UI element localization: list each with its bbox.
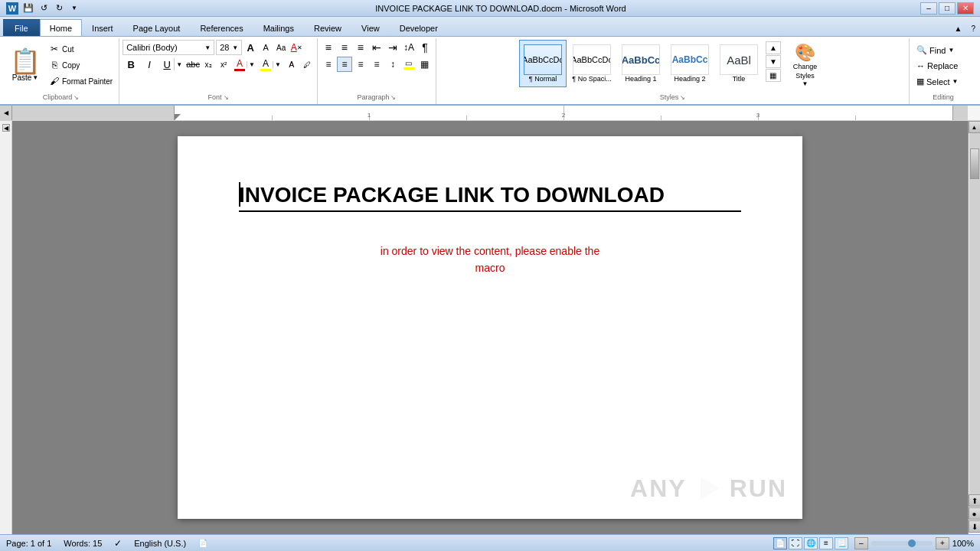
tab-developer[interactable]: Developer bbox=[390, 19, 448, 36]
font-expand-icon[interactable]: ↘ bbox=[224, 94, 229, 101]
underline-dropdown[interactable]: ▼ bbox=[174, 58, 184, 70]
close-button[interactable]: ✕ bbox=[957, 2, 974, 15]
text-effects-button[interactable]: A bbox=[284, 57, 299, 71]
web-layout-btn[interactable]: 🌐 bbox=[804, 537, 818, 549]
style-scroll-up[interactable]: ▲ bbox=[766, 41, 781, 54]
change-styles-button[interactable]: 🎨 ChangeStyles ▼ bbox=[784, 40, 826, 90]
full-screen-btn[interactable]: ⛶ bbox=[789, 537, 802, 549]
maximize-button[interactable]: □ bbox=[939, 2, 956, 15]
zoom-out-button[interactable]: – bbox=[854, 537, 868, 549]
undo-quick-btn[interactable]: ↺ bbox=[37, 2, 51, 15]
highlight-button[interactable]: A bbox=[259, 57, 273, 72]
style-scroll-down[interactable]: ▼ bbox=[766, 55, 781, 68]
style-normal[interactable]: AaBbCcDc ¶ Normal bbox=[519, 40, 567, 87]
scroll-track[interactable] bbox=[969, 133, 980, 494]
highlight-group[interactable]: A ▼ bbox=[259, 57, 283, 72]
align-left-button[interactable]: ≡ bbox=[321, 57, 336, 72]
scroll-up-button[interactable]: ▲ bbox=[969, 121, 981, 133]
font-size-arrow[interactable]: ▼ bbox=[232, 44, 238, 51]
document-title[interactable]: INVOICE PACKAGE LINK TO DOWNLOAD bbox=[239, 182, 741, 212]
vertical-scrollbar[interactable]: ▲ ⬆ ● ⬇ bbox=[968, 121, 980, 534]
font-grow-button[interactable]: A bbox=[243, 41, 257, 54]
minimize-button[interactable]: – bbox=[920, 2, 937, 15]
borders-button[interactable]: ▦ bbox=[417, 57, 433, 72]
shading-button[interactable]: ▭ bbox=[401, 57, 416, 72]
style-heading1[interactable]: AaBbCc Heading 1 bbox=[617, 40, 665, 87]
style-more[interactable]: ▦ bbox=[766, 69, 781, 82]
zoom-percentage[interactable]: 100% bbox=[952, 539, 974, 548]
decrease-indent-button[interactable]: ⇤ bbox=[369, 40, 384, 55]
document-body[interactable]: in order to view the content, please ena… bbox=[239, 243, 741, 277]
numbering-button[interactable]: ≡ bbox=[337, 40, 352, 55]
zoom-in-button[interactable]: + bbox=[936, 537, 949, 549]
style-heading2[interactable]: AaBbCc Heading 2 bbox=[666, 40, 714, 87]
line-spacing-button[interactable]: ↕ bbox=[385, 57, 400, 72]
increase-indent-button[interactable]: ⇥ bbox=[385, 40, 400, 55]
zoom-thumb[interactable] bbox=[908, 540, 916, 547]
find-button[interactable]: 🔍 Find ▼ bbox=[913, 43, 974, 57]
print-layout-btn[interactable]: 📄 bbox=[773, 537, 787, 549]
style-title[interactable]: AaBl Title bbox=[715, 40, 763, 87]
tab-page-layout[interactable]: Page Layout bbox=[123, 19, 191, 36]
tab-review[interactable]: Review bbox=[304, 19, 351, 36]
change-case-button[interactable]: Aa bbox=[274, 41, 288, 54]
tab-file[interactable]: File bbox=[3, 19, 40, 36]
strikethrough-button[interactable]: abc bbox=[186, 57, 200, 71]
underline-button-group[interactable]: U ▼ bbox=[159, 57, 185, 72]
language-indicator[interactable]: English (U.S.) bbox=[134, 539, 186, 548]
font-name-dropdown-arrow[interactable]: ▼ bbox=[204, 44, 211, 51]
quick-access-dropdown[interactable]: ▼ bbox=[67, 2, 81, 15]
font-size-selector[interactable]: 28 ▼ bbox=[216, 40, 242, 55]
tab-view[interactable]: View bbox=[351, 19, 390, 36]
style-no-spacing[interactable]: AaBbCcDc ¶ No Spaci... bbox=[568, 40, 616, 87]
word-count[interactable]: Words: 15 bbox=[64, 539, 102, 548]
paragraph-marker-btn[interactable]: ◀ bbox=[2, 124, 10, 132]
font-color-dropdown[interactable]: ▼ bbox=[247, 61, 256, 68]
layout-indicator[interactable]: 📄 bbox=[198, 539, 207, 547]
show-hide-button[interactable]: ¶ bbox=[417, 40, 433, 55]
cut-button[interactable]: ✂ Cut bbox=[46, 41, 116, 57]
spell-check-indicator[interactable]: ✓ bbox=[114, 538, 122, 549]
font-color-button[interactable]: A bbox=[233, 57, 247, 72]
tab-insert[interactable]: Insert bbox=[82, 19, 123, 36]
subscript-button[interactable]: x₂ bbox=[201, 57, 215, 71]
para-expand-icon[interactable]: ↘ bbox=[390, 94, 396, 101]
align-center-button[interactable]: ≡ bbox=[337, 57, 352, 72]
format-painter-button[interactable]: 🖌 Format Painter bbox=[46, 73, 116, 89]
scroll-thumb[interactable] bbox=[970, 148, 979, 179]
ribbon-help-btn[interactable]: ? bbox=[966, 21, 980, 36]
select-dropdown-arrow[interactable]: ▼ bbox=[952, 78, 959, 85]
find-dropdown-arrow[interactable]: ▼ bbox=[948, 47, 954, 54]
zoom-slider[interactable] bbox=[871, 541, 933, 546]
clear-formatting-button[interactable]: A ✕ bbox=[289, 41, 303, 54]
ribbon-collapse-btn[interactable]: ▲ bbox=[950, 21, 967, 36]
align-right-button[interactable]: ≡ bbox=[353, 57, 368, 72]
replace-button[interactable]: ↔ Replace bbox=[913, 59, 974, 73]
italic-button[interactable]: I bbox=[141, 57, 158, 71]
tab-home[interactable]: Home bbox=[40, 19, 82, 36]
styles-expand-icon[interactable]: ↘ bbox=[680, 94, 685, 101]
paste-button[interactable]: 📋 Paste ▼ bbox=[6, 40, 44, 90]
sort-button[interactable]: ↕A bbox=[401, 40, 416, 55]
tab-mailings[interactable]: Mailings bbox=[253, 19, 304, 36]
save-quick-btn[interactable]: 💾 bbox=[21, 2, 35, 15]
page-indicator[interactable]: Page: 1 of 1 bbox=[6, 539, 51, 548]
prev-page-button[interactable]: ⬆ bbox=[969, 494, 981, 507]
bold-button[interactable]: B bbox=[122, 57, 139, 71]
font-name-selector[interactable]: Calibri (Body) ▼ bbox=[122, 40, 214, 55]
bullets-button[interactable]: ≡ bbox=[321, 40, 336, 55]
select-browse-object-button[interactable]: ● bbox=[969, 507, 981, 520]
copy-button[interactable]: ⎘ Copy bbox=[46, 57, 116, 73]
highlight-dropdown[interactable]: ▼ bbox=[273, 61, 283, 68]
font-shrink-button[interactable]: A bbox=[259, 41, 273, 54]
clipboard-expand-icon[interactable]: ↘ bbox=[74, 94, 79, 101]
next-page-button[interactable]: ⬇ bbox=[969, 520, 981, 533]
document-scroll-area[interactable]: INVOICE PACKAGE LINK TO DOWNLOAD in orde… bbox=[12, 121, 968, 534]
tab-references[interactable]: References bbox=[190, 19, 253, 36]
justify-button[interactable]: ≡ bbox=[369, 57, 384, 72]
redo-quick-btn[interactable]: ↻ bbox=[52, 2, 66, 15]
font-color-group[interactable]: A ▼ bbox=[232, 57, 257, 72]
outline-btn[interactable]: ≡ bbox=[819, 537, 833, 549]
multilevel-button[interactable]: ≡ bbox=[353, 40, 368, 55]
select-button[interactable]: ▦ Select ▼ bbox=[913, 74, 974, 89]
